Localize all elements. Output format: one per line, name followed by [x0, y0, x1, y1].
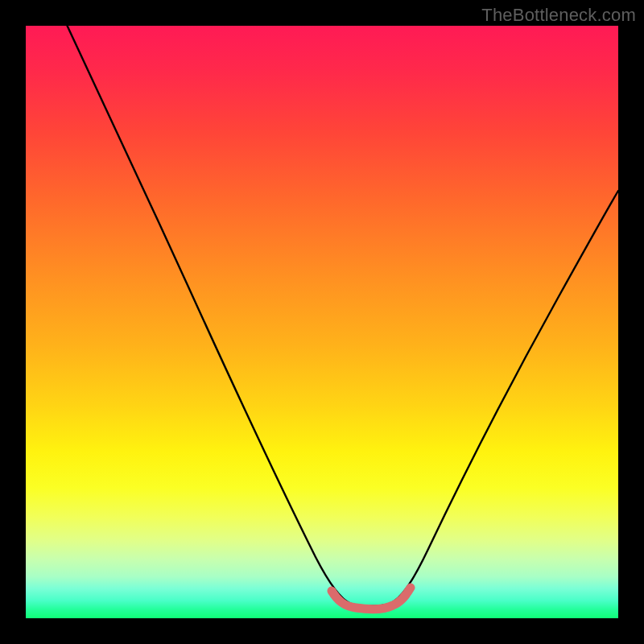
plot-area	[26, 26, 618, 618]
minimum-marker	[332, 588, 411, 609]
curve-layer	[26, 26, 618, 618]
bottleneck-curve	[68, 26, 619, 606]
watermark-text: TheBottleneck.com	[481, 5, 636, 26]
chart-frame: TheBottleneck.com	[0, 0, 644, 644]
